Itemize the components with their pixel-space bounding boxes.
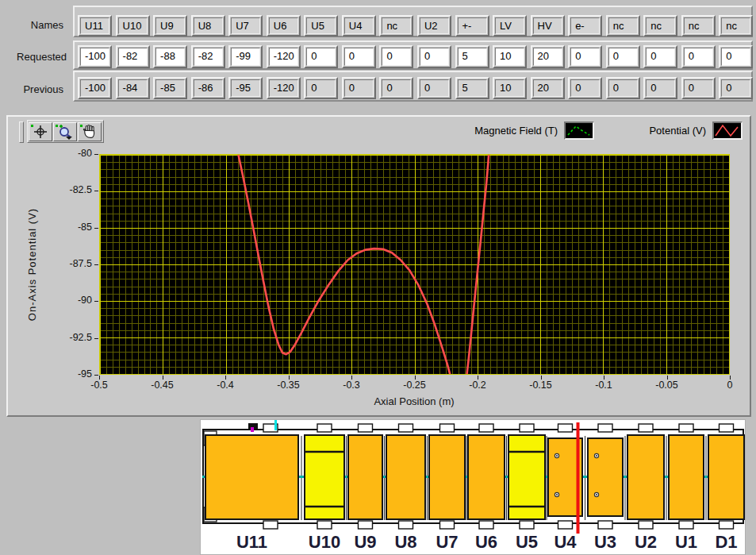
cell-value[interactable]: -100 [80, 48, 109, 66]
center-axis-mark [299, 476, 305, 478]
requested-input-nc-17[interactable]: 0 [719, 45, 753, 68]
x-tick-label: -0.25 [395, 380, 435, 391]
cell-value[interactable]: 0 [608, 48, 638, 66]
cell-value[interactable]: -99 [231, 48, 260, 66]
mounting-tab-top [399, 424, 413, 432]
name-cell-nc-15: nc [643, 15, 677, 37]
electrode-label-D1: D1 [715, 532, 737, 552]
previous-cell-LV-11: 10 [493, 77, 527, 99]
requested-input-nc-8[interactable]: 0 [379, 45, 413, 68]
cell-value[interactable]: 20 [533, 48, 562, 66]
x-tick-label: 0 [710, 380, 750, 391]
magenta-mark [251, 427, 254, 432]
electrode-U3 [588, 438, 623, 516]
requested-input-nc-15[interactable]: 0 [643, 45, 677, 68]
mounting-tab-top [520, 424, 534, 432]
cell-value[interactable]: -88 [155, 48, 185, 66]
toolbar-handle[interactable] [19, 121, 24, 143]
cell-value[interactable]: -82 [194, 48, 223, 66]
y-tick-mark [94, 228, 98, 229]
previous-row-label: Previous [0, 83, 63, 95]
mounting-tab-bottom [440, 521, 455, 529]
cell-value[interactable]: 0 [570, 48, 600, 66]
cell-value: U8 [194, 17, 223, 34]
requested-input-nc-14[interactable]: 0 [606, 45, 640, 68]
name-cell-HV-12: HV [531, 15, 565, 37]
y-tick-mark [94, 154, 98, 155]
requested-input-HV-12[interactable]: 20 [531, 45, 565, 68]
cell-value: U9 [155, 17, 185, 34]
previous-cell-nc-8: 0 [379, 77, 413, 99]
cell-value: nc [382, 17, 411, 34]
x-tick-label: -0.5 [79, 380, 119, 391]
requested-input-U4-7[interactable]: 0 [342, 45, 376, 68]
requested-input-nc-16[interactable]: 0 [681, 45, 716, 68]
cell-value[interactable]: -82 [118, 48, 148, 66]
cell-value[interactable]: 10 [495, 48, 524, 66]
cell-value: -84 [118, 79, 148, 97]
y-tick-label: -87.5 [40, 258, 92, 269]
graph-toolbar [27, 120, 104, 143]
electrode-schematic: U11U10U9U8U7U6U5U4U3U2U1D1 [200, 419, 746, 555]
magnetic-field-line-sample-icon [566, 123, 593, 138]
names-row-label: Names [0, 19, 63, 31]
name-cell-U7-4: U7 [228, 15, 263, 37]
pan-hand-tool-active-dot [80, 125, 83, 127]
cell-value: 0 [721, 79, 750, 97]
name-cell-nc-8: nc [379, 15, 413, 37]
legend-potential-swatch[interactable] [712, 121, 743, 140]
cell-value[interactable]: 0 [684, 48, 713, 66]
mounting-tab-top [679, 424, 693, 432]
requested-input-U6-5[interactable]: -120 [267, 45, 301, 68]
previous-cell-U8-3: -86 [191, 77, 225, 99]
requested-input--10[interactable]: 5 [455, 45, 489, 68]
zoom-tool-button[interactable] [53, 122, 77, 141]
requested-input-U9-2[interactable]: -88 [153, 45, 187, 68]
previous-row: -100-84-85-86-95-12000005102000000 [73, 71, 753, 102]
xy-plot-area[interactable] [99, 154, 730, 375]
crosshair-tool-button[interactable] [29, 122, 52, 141]
y-tick-label: -85 [40, 222, 92, 233]
cell-value[interactable]: 0 [420, 48, 449, 66]
previous-cell-nc-15: 0 [643, 77, 677, 99]
cell-value[interactable]: 0 [646, 48, 675, 66]
pan-hand-tool-button[interactable] [78, 122, 102, 141]
potential-curve [100, 155, 729, 374]
cell-value: 0 [382, 79, 411, 97]
cell-value: 0 [608, 79, 638, 97]
requested-input-U7-4[interactable]: -99 [228, 45, 263, 68]
legend-potential-label: Potential (V) [649, 125, 706, 137]
cell-value: -86 [194, 79, 223, 97]
requested-input-U11-0[interactable]: -100 [78, 45, 112, 68]
mounting-tab-bottom [399, 521, 413, 529]
cell-value[interactable]: 0 [344, 48, 374, 66]
cell-value[interactable]: 0 [306, 48, 336, 66]
cell-value[interactable]: 0 [721, 48, 750, 66]
legend-magnetic-field-swatch[interactable] [564, 121, 594, 140]
requested-input-U10-1[interactable]: -82 [116, 45, 150, 68]
requested-input-LV-11[interactable]: 10 [493, 45, 527, 68]
crosshair-tool-icon [33, 125, 48, 139]
requested-input-U5-6[interactable]: 0 [304, 45, 338, 68]
cyan-mark [274, 420, 277, 430]
electrode-U7 [429, 435, 465, 519]
requested-input-U8-3[interactable]: -82 [191, 45, 225, 68]
requested-input-U2-9[interactable]: 0 [417, 45, 451, 68]
previous-cell-U11-0: -100 [78, 77, 112, 99]
requested-input-e-13[interactable]: 0 [568, 45, 602, 68]
name-cell-nc-16: nc [681, 15, 716, 37]
mounting-tab-bottom [679, 521, 693, 529]
y-tick-label: -92.5 [40, 332, 92, 343]
previous-cell-U7-4: -95 [228, 77, 263, 99]
previous-cell-U9-2: -85 [153, 77, 187, 99]
cell-value[interactable]: 0 [382, 48, 411, 66]
crosshair-tool-active-dot [31, 125, 33, 127]
previous-cell-nc-16: 0 [681, 77, 716, 99]
cell-value[interactable]: 5 [458, 48, 487, 66]
mounting-tab-bottom [359, 521, 373, 529]
mounting-tab-top [720, 424, 734, 432]
previous-cell-U5-6: 0 [304, 77, 338, 99]
cell-value[interactable]: -120 [269, 48, 298, 66]
y-tick-mark [94, 191, 98, 191]
x-tick-label: -0.2 [458, 380, 497, 391]
